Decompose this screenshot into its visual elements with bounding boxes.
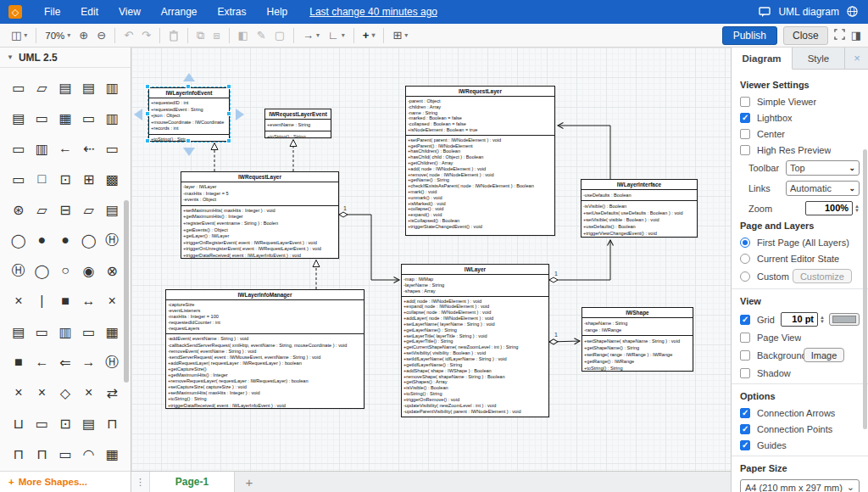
- more-shapes-button[interactable]: + More Shapes...: [0, 471, 131, 492]
- high-res-checkbox[interactable]: [740, 145, 750, 155]
- language-globe-icon[interactable]: [846, 5, 860, 19]
- shape-thumbnail[interactable]: ▭: [31, 408, 54, 439]
- shape-thumbnail[interactable]: ▱: [31, 194, 54, 225]
- shape-thumbnail[interactable]: ▭: [7, 164, 31, 194]
- shape-thumbnail[interactable]: ▩: [100, 164, 124, 194]
- uml-class-IWRequestLayerEvent[interactable]: IWRequestLayerEvent+eventName : String+t…: [264, 109, 331, 138]
- shape-thumbnail[interactable]: ⊗: [100, 255, 124, 286]
- shape-thumbnail[interactable]: ⊟: [53, 194, 77, 225]
- high-res-row[interactable]: High Res Preview: [740, 144, 860, 155]
- guides-checkbox[interactable]: [740, 440, 750, 450]
- shape-thumbnail[interactable]: ▤: [53, 72, 77, 103]
- publish-button[interactable]: Publish: [722, 26, 777, 45]
- shape-thumbnail[interactable]: ⊡: [53, 408, 77, 439]
- menu-edit[interactable]: Edit: [70, 6, 108, 18]
- shape-thumbnail[interactable]: ◯: [77, 225, 101, 255]
- grid-size-stepper[interactable]: ▲▼: [820, 316, 825, 324]
- connection-style-dropdown[interactable]: →▾: [298, 26, 324, 45]
- page-view-checkbox[interactable]: [740, 333, 750, 343]
- fullscreen-icon[interactable]: [834, 29, 845, 42]
- shape-thumbnail[interactable]: ⊡: [53, 164, 77, 194]
- direction-up-arrow-icon[interactable]: [183, 73, 195, 81]
- shape-thumbnail[interactable]: ◉: [77, 255, 101, 286]
- tab-diagram[interactable]: Diagram: [732, 48, 793, 70]
- shape-thumbnail[interactable]: ←: [31, 347, 54, 377]
- shape-thumbnail[interactable]: ▭: [31, 316, 54, 347]
- shape-thumbnail[interactable]: ×: [100, 286, 124, 316]
- shape-thumbnail[interactable]: ▭: [31, 103, 54, 133]
- shape-thumbnail[interactable]: ▭: [7, 133, 31, 164]
- shape-thumbnail[interactable]: ×: [7, 286, 31, 316]
- editor-state-radio[interactable]: [740, 254, 750, 264]
- connection-points-row[interactable]: Connection Points: [740, 423, 860, 434]
- selection-handle[interactable]: [226, 111, 231, 116]
- shape-thumbnail[interactable]: Ⓗ: [100, 225, 124, 255]
- redo-icon[interactable]: ↷: [137, 26, 155, 45]
- shape-thumbnail[interactable]: ●: [53, 225, 77, 255]
- to-front-icon[interactable]: ⧉: [192, 26, 209, 45]
- shadow-icon[interactable]: ▢: [270, 26, 289, 45]
- shape-thumbnail[interactable]: →: [77, 347, 101, 377]
- background-checkbox[interactable]: [740, 350, 750, 361]
- shape-thumbnail[interactable]: ⇐: [53, 347, 77, 377]
- direction-right-arrow-icon[interactable]: [236, 109, 244, 120]
- shape-thumbnail[interactable]: ▭: [77, 316, 101, 347]
- shape-thumbnail[interactable]: ⊔: [7, 408, 31, 439]
- links-select[interactable]: Automatic⌄: [786, 181, 860, 196]
- panel-scrollbar[interactable]: [863, 149, 867, 429]
- line-color-icon[interactable]: ✎: [253, 26, 270, 45]
- shape-thumbnail[interactable]: ▥: [100, 103, 124, 133]
- uml-class-IWRequestLayer[interactable]: IWRequestLayer-layer : IWLayer-maxHits :…: [181, 171, 339, 259]
- grid-row[interactable]: Grid 10 pt ▲▼: [740, 312, 860, 327]
- shape-thumbnail[interactable]: ▤: [7, 103, 31, 133]
- shape-thumbnail[interactable]: |: [31, 286, 54, 316]
- grid-checkbox[interactable]: [740, 315, 750, 325]
- shape-thumbnail[interactable]: ↔: [77, 286, 101, 316]
- menu-arrange[interactable]: Arrange: [151, 6, 208, 18]
- first-page-radio[interactable]: [740, 238, 750, 248]
- menu-help[interactable]: Help: [257, 6, 298, 18]
- shape-thumbnail[interactable]: ◯: [7, 225, 31, 255]
- shape-thumbnail[interactable]: ×: [7, 377, 31, 408]
- fill-color-icon[interactable]: ◧: [234, 26, 253, 45]
- zoom-input[interactable]: 100%: [805, 201, 853, 215]
- shape-thumbnail[interactable]: ▦: [53, 103, 77, 133]
- shape-thumbnail[interactable]: ○: [53, 255, 77, 286]
- shape-thumbnail[interactable]: ⊓: [31, 439, 54, 469]
- shape-thumbnail[interactable]: ×: [77, 377, 101, 408]
- selection-handle[interactable]: [145, 111, 150, 116]
- selection-handle[interactable]: [145, 84, 150, 89]
- shape-thumbnail[interactable]: ◠: [77, 439, 101, 469]
- selection-handle[interactable]: [145, 138, 150, 143]
- shape-thumbnail[interactable]: ▭: [53, 439, 77, 469]
- shape-thumbnail[interactable]: ■: [7, 347, 31, 377]
- editor-state-row[interactable]: Current Editor State: [740, 253, 860, 264]
- simple-viewer-checkbox[interactable]: [740, 97, 750, 107]
- custom-radio[interactable]: [740, 271, 750, 282]
- shadow-checkbox[interactable]: [740, 368, 750, 378]
- shape-thumbnail[interactable]: ▥: [31, 133, 54, 164]
- uml-class-IWRequestLayer[interactable]: IWRequestLayer-parent : Object-children …: [405, 86, 555, 236]
- shape-thumbnail[interactable]: ▤: [7, 316, 31, 347]
- waypoint-style-dropdown[interactable]: ∟▾: [324, 26, 349, 45]
- lightbox-row[interactable]: Lightbox: [740, 112, 860, 123]
- connection-arrows-checkbox[interactable]: [740, 408, 750, 418]
- selection-handle[interactable]: [186, 84, 191, 89]
- first-page-row[interactable]: First Page (All Layers): [740, 237, 860, 248]
- uml-class-IWLayerInfoEvent[interactable]: IWLayerInfoEvent+requestedID : int+reque…: [148, 87, 230, 142]
- menu-extras[interactable]: Extras: [208, 6, 257, 18]
- table-dropdown[interactable]: ⊞▾: [388, 26, 412, 45]
- page-tab[interactable]: Page-1: [150, 472, 235, 492]
- shape-thumbnail[interactable]: ◯: [31, 255, 54, 286]
- shape-thumbnail[interactable]: Ⓗ: [7, 255, 31, 286]
- zoom-stepper[interactable]: ▲▼: [854, 204, 860, 213]
- shape-thumbnail[interactable]: ▱: [31, 72, 54, 103]
- direction-left-arrow-icon[interactable]: [134, 109, 142, 120]
- shape-thumbnail[interactable]: ▦: [100, 316, 124, 347]
- selection-handle[interactable]: [186, 138, 191, 143]
- uml-class-IWLayerInfoManager[interactable]: IWLayerInfoManager-captureSize-eventList…: [165, 289, 364, 409]
- shape-thumbnail[interactable]: ●: [31, 225, 54, 255]
- center-row[interactable]: Center: [740, 128, 860, 139]
- menu-view[interactable]: View: [108, 6, 151, 18]
- shape-thumbnail[interactable]: ▱: [77, 194, 101, 225]
